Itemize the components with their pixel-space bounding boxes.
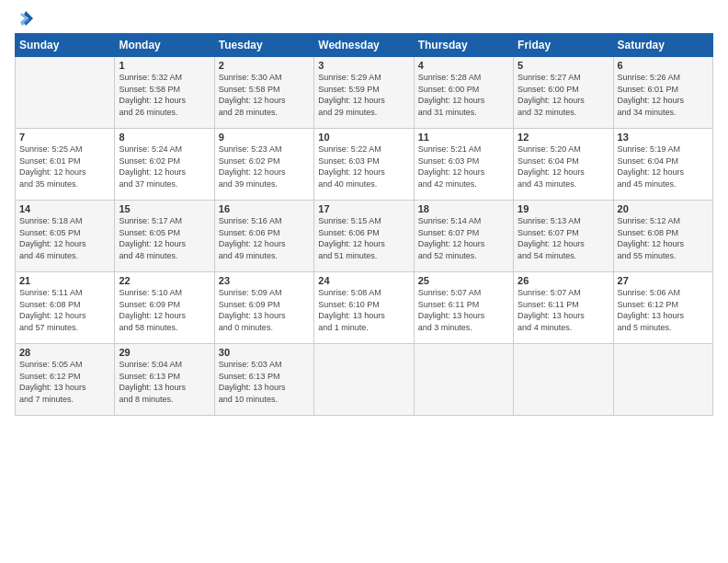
- calendar-cell: 13Sunrise: 5:19 AM Sunset: 6:04 PM Dayli…: [613, 129, 712, 201]
- calendar-cell: 14Sunrise: 5:18 AM Sunset: 6:05 PM Dayli…: [16, 201, 115, 272]
- weekday-header-saturday: Saturday: [613, 34, 712, 57]
- week-row-5: 28Sunrise: 5:05 AM Sunset: 6:12 PM Dayli…: [16, 344, 713, 416]
- day-info: Sunrise: 5:23 AM Sunset: 6:02 PM Dayligh…: [219, 144, 310, 190]
- calendar-cell: 29Sunrise: 5:04 AM Sunset: 6:13 PM Dayli…: [115, 344, 214, 416]
- calendar-cell: 4Sunrise: 5:28 AM Sunset: 6:00 PM Daylig…: [414, 57, 513, 129]
- day-number: 14: [19, 203, 110, 214]
- day-info: Sunrise: 5:22 AM Sunset: 6:03 PM Dayligh…: [318, 144, 409, 190]
- day-info: Sunrise: 5:32 AM Sunset: 5:58 PM Dayligh…: [119, 72, 210, 118]
- day-number: 9: [219, 132, 310, 143]
- day-number: 26: [518, 275, 609, 286]
- day-info: Sunrise: 5:28 AM Sunset: 6:00 PM Dayligh…: [418, 72, 509, 118]
- calendar-cell: 27Sunrise: 5:06 AM Sunset: 6:12 PM Dayli…: [613, 272, 712, 344]
- day-number: 17: [318, 203, 409, 214]
- day-info: Sunrise: 5:24 AM Sunset: 6:02 PM Dayligh…: [119, 144, 210, 190]
- calendar-cell: 15Sunrise: 5:17 AM Sunset: 6:05 PM Dayli…: [115, 201, 214, 272]
- day-number: 12: [518, 132, 609, 143]
- weekday-header-wednesday: Wednesday: [314, 34, 414, 57]
- day-info: Sunrise: 5:10 AM Sunset: 6:09 PM Dayligh…: [119, 287, 210, 333]
- week-row-4: 21Sunrise: 5:11 AM Sunset: 6:08 PM Dayli…: [16, 272, 713, 344]
- day-info: Sunrise: 5:20 AM Sunset: 6:04 PM Dayligh…: [518, 144, 609, 190]
- day-info: Sunrise: 5:09 AM Sunset: 6:09 PM Dayligh…: [219, 287, 310, 333]
- day-number: 23: [219, 275, 310, 286]
- weekday-header-monday: Monday: [115, 34, 214, 57]
- calendar-cell: 7Sunrise: 5:25 AM Sunset: 6:01 PM Daylig…: [16, 129, 115, 201]
- day-number: 10: [318, 132, 409, 143]
- calendar-cell: 24Sunrise: 5:08 AM Sunset: 6:10 PM Dayli…: [314, 272, 414, 344]
- day-number: 30: [219, 347, 310, 358]
- day-info: Sunrise: 5:17 AM Sunset: 6:05 PM Dayligh…: [119, 215, 210, 261]
- day-number: 21: [19, 275, 110, 286]
- day-info: Sunrise: 5:19 AM Sunset: 6:04 PM Dayligh…: [618, 144, 709, 190]
- logo-icon: [17, 9, 35, 28]
- day-number: 29: [119, 347, 210, 358]
- header: [15, 9, 713, 28]
- calendar-cell: 17Sunrise: 5:15 AM Sunset: 6:06 PM Dayli…: [314, 201, 414, 272]
- calendar-cell: 25Sunrise: 5:07 AM Sunset: 6:11 PM Dayli…: [414, 272, 513, 344]
- day-info: Sunrise: 5:14 AM Sunset: 6:07 PM Dayligh…: [418, 215, 509, 261]
- day-info: Sunrise: 5:26 AM Sunset: 6:01 PM Dayligh…: [618, 72, 709, 118]
- day-number: 28: [19, 347, 110, 358]
- calendar-cell: 10Sunrise: 5:22 AM Sunset: 6:03 PM Dayli…: [314, 129, 414, 201]
- day-number: 16: [219, 203, 310, 214]
- day-number: 18: [418, 203, 509, 214]
- day-info: Sunrise: 5:21 AM Sunset: 6:03 PM Dayligh…: [418, 144, 509, 190]
- calendar-cell: 30Sunrise: 5:03 AM Sunset: 6:13 PM Dayli…: [214, 344, 313, 416]
- week-row-1: 1Sunrise: 5:32 AM Sunset: 5:58 PM Daylig…: [16, 57, 713, 129]
- calendar-cell: 22Sunrise: 5:10 AM Sunset: 6:09 PM Dayli…: [115, 272, 214, 344]
- calendar-cell: 2Sunrise: 5:30 AM Sunset: 5:58 PM Daylig…: [214, 57, 313, 129]
- day-number: 6: [618, 60, 709, 71]
- weekday-header-tuesday: Tuesday: [214, 34, 313, 57]
- day-number: 4: [418, 60, 509, 71]
- calendar-cell: 6Sunrise: 5:26 AM Sunset: 6:01 PM Daylig…: [613, 57, 712, 129]
- day-info: Sunrise: 5:30 AM Sunset: 5:58 PM Dayligh…: [219, 72, 310, 118]
- calendar-cell: [314, 344, 414, 416]
- calendar-cell: [16, 57, 115, 129]
- calendar-cell: 20Sunrise: 5:12 AM Sunset: 6:08 PM Dayli…: [613, 201, 712, 272]
- calendar-cell: 1Sunrise: 5:32 AM Sunset: 5:58 PM Daylig…: [115, 57, 214, 129]
- calendar-cell: [613, 344, 712, 416]
- calendar-cell: 28Sunrise: 5:05 AM Sunset: 6:12 PM Dayli…: [16, 344, 115, 416]
- page: SundayMondayTuesdayWednesdayThursdayFrid…: [0, 0, 728, 425]
- day-info: Sunrise: 5:13 AM Sunset: 6:07 PM Dayligh…: [518, 215, 609, 261]
- day-info: Sunrise: 5:29 AM Sunset: 5:59 PM Dayligh…: [318, 72, 409, 118]
- day-number: 1: [119, 60, 210, 71]
- day-number: 5: [518, 60, 609, 71]
- weekday-header-sunday: Sunday: [16, 34, 115, 57]
- day-number: 19: [518, 203, 609, 214]
- day-number: 3: [318, 60, 409, 71]
- day-number: 11: [418, 132, 509, 143]
- day-info: Sunrise: 5:04 AM Sunset: 6:13 PM Dayligh…: [119, 359, 210, 405]
- day-info: Sunrise: 5:25 AM Sunset: 6:01 PM Dayligh…: [19, 144, 110, 190]
- calendar-cell: 23Sunrise: 5:09 AM Sunset: 6:09 PM Dayli…: [214, 272, 313, 344]
- calendar-cell: [414, 344, 513, 416]
- day-number: 13: [618, 132, 709, 143]
- day-number: 2: [219, 60, 310, 71]
- day-number: 24: [318, 275, 409, 286]
- week-row-2: 7Sunrise: 5:25 AM Sunset: 6:01 PM Daylig…: [16, 129, 713, 201]
- day-number: 7: [19, 132, 110, 143]
- calendar-cell: 21Sunrise: 5:11 AM Sunset: 6:08 PM Dayli…: [16, 272, 115, 344]
- day-info: Sunrise: 5:18 AM Sunset: 6:05 PM Dayligh…: [19, 215, 110, 261]
- day-info: Sunrise: 5:06 AM Sunset: 6:12 PM Dayligh…: [618, 287, 709, 333]
- day-number: 22: [119, 275, 210, 286]
- day-info: Sunrise: 5:08 AM Sunset: 6:10 PM Dayligh…: [318, 287, 409, 333]
- day-number: 20: [618, 203, 709, 214]
- day-info: Sunrise: 5:15 AM Sunset: 6:06 PM Dayligh…: [318, 215, 409, 261]
- day-info: Sunrise: 5:07 AM Sunset: 6:11 PM Dayligh…: [518, 287, 609, 333]
- day-info: Sunrise: 5:12 AM Sunset: 6:08 PM Dayligh…: [618, 215, 709, 261]
- day-info: Sunrise: 5:07 AM Sunset: 6:11 PM Dayligh…: [418, 287, 509, 333]
- calendar-cell: 12Sunrise: 5:20 AM Sunset: 6:04 PM Dayli…: [514, 129, 613, 201]
- day-number: 15: [119, 203, 210, 214]
- calendar-cell: 18Sunrise: 5:14 AM Sunset: 6:07 PM Dayli…: [414, 201, 513, 272]
- calendar-cell: [514, 344, 613, 416]
- day-info: Sunrise: 5:05 AM Sunset: 6:12 PM Dayligh…: [19, 359, 110, 405]
- calendar-cell: 5Sunrise: 5:27 AM Sunset: 6:00 PM Daylig…: [514, 57, 613, 129]
- day-number: 8: [119, 132, 210, 143]
- calendar-cell: 19Sunrise: 5:13 AM Sunset: 6:07 PM Dayli…: [514, 201, 613, 272]
- logo: [15, 9, 35, 28]
- calendar-cell: 8Sunrise: 5:24 AM Sunset: 6:02 PM Daylig…: [115, 129, 214, 201]
- day-info: Sunrise: 5:11 AM Sunset: 6:08 PM Dayligh…: [19, 287, 110, 333]
- calendar-table: SundayMondayTuesdayWednesdayThursdayFrid…: [15, 33, 713, 416]
- calendar-cell: 16Sunrise: 5:16 AM Sunset: 6:06 PM Dayli…: [214, 201, 313, 272]
